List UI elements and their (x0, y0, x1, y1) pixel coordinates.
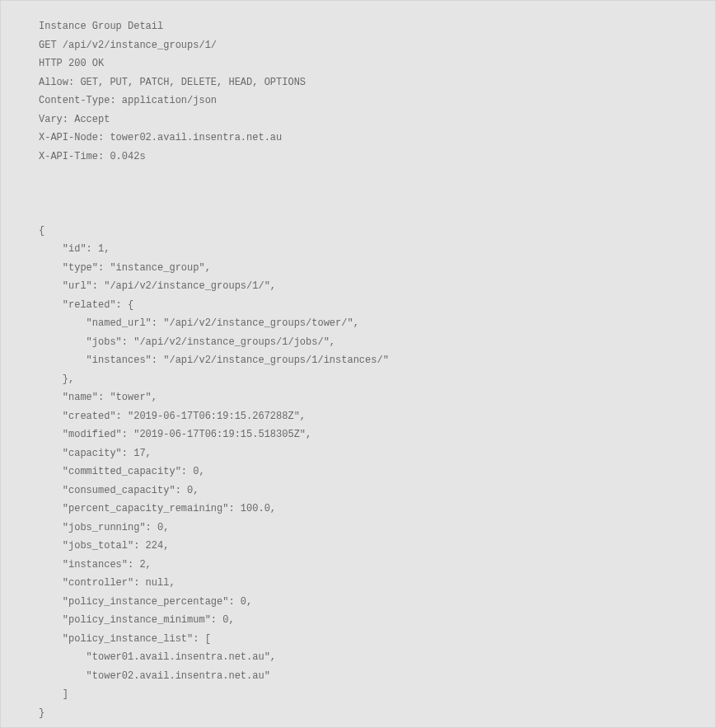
json-line: "url": "/api/v2/instance_groups/1/", (39, 280, 276, 292)
json-line: "created": "2019-06-17T06:19:15.267288Z"… (39, 411, 306, 422)
json-line: "jobs_total": 224, (39, 540, 169, 552)
json-line: ] (39, 688, 68, 700)
header-request: GET /api/v2/instance_groups/1/ (39, 40, 217, 51)
json-line: "jobs": "/api/v2/instance_groups/1/jobs/… (39, 336, 335, 348)
json-line: "jobs_running": 0, (39, 522, 169, 533)
header-allow: Allow: GET, PUT, PATCH, DELETE, HEAD, OP… (39, 77, 306, 88)
json-line: "modified": "2019-06-17T06:19:15.518305Z… (39, 429, 311, 440)
json-line: "instances": 2, (39, 559, 152, 571)
json-line: } (39, 707, 44, 719)
json-line: "tower02.avail.insentra.net.au" (39, 670, 270, 682)
json-line: "policy_instance_minimum": 0, (39, 614, 235, 626)
api-response-block: Instance Group Detail GET /api/v2/instan… (0, 0, 716, 728)
header-api-time: X-API-Time: 0.042s (39, 151, 146, 162)
header-api-node: X-API-Node: tower02.avail.insentra.net.a… (39, 132, 282, 143)
json-line: "consumed_capacity": 0, (39, 485, 199, 496)
header-title: Instance Group Detail (39, 21, 163, 32)
json-line: "policy_instance_list": [ (39, 633, 211, 645)
json-line: "policy_instance_percentage": 0, (39, 596, 252, 608)
json-line: "capacity": 17, (39, 448, 152, 459)
json-line: "name": "tower", (39, 392, 157, 403)
header-status: HTTP 200 OK (39, 58, 104, 69)
header-vary: Vary: Accept (39, 114, 110, 125)
json-line: "named_url": "/api/v2/instance_groups/to… (39, 317, 359, 329)
json-line: "tower01.avail.insentra.net.au", (39, 651, 276, 663)
json-line: "type": "instance_group", (39, 262, 211, 274)
json-line: "related": { (39, 299, 133, 311)
json-line: { (39, 225, 44, 237)
json-line: "instances": "/api/v2/instance_groups/1/… (39, 355, 389, 366)
json-line: }, (39, 373, 74, 385)
json-line: "controller": null, (39, 577, 175, 589)
json-line: "committed_capacity": 0, (39, 466, 205, 477)
header-content-type: Content-Type: application/json (39, 95, 217, 106)
json-line: "percent_capacity_remaining": 100.0, (39, 503, 276, 514)
json-line: "id": 1, (39, 243, 110, 255)
